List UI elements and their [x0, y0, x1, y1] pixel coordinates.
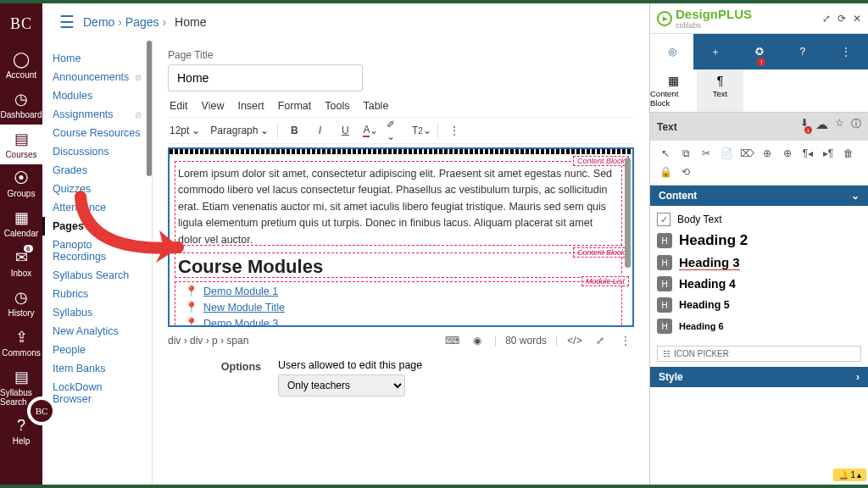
- italic-icon[interactable]: I: [310, 121, 329, 140]
- download-icon[interactable]: ⬇1: [800, 117, 809, 136]
- copy-icon[interactable]: ⧉: [676, 144, 696, 163]
- coursenav-modules[interactable]: Modules: [42, 86, 152, 105]
- dp-subtab-content-block[interactable]: ▦Content Block: [650, 69, 697, 112]
- nav-groups[interactable]: ⦿Groups: [0, 164, 42, 203]
- dp-accordion-content[interactable]: Content⌄: [650, 186, 868, 206]
- menu-insert[interactable]: Insert: [237, 100, 264, 112]
- a11y-icon[interactable]: ◉: [469, 332, 486, 349]
- element-path[interactable]: div › div › p › span: [168, 335, 248, 347]
- more-icon[interactable]: ⋮: [445, 121, 464, 140]
- cut-icon[interactable]: ✂: [696, 144, 716, 163]
- module-link[interactable]: 📍Demo Module 1: [185, 283, 619, 299]
- menu-edit[interactable]: Edit: [170, 100, 188, 112]
- coursenav-new-analytics[interactable]: New Analytics: [42, 322, 152, 341]
- content-heading-2[interactable]: HHeading 2: [657, 230, 861, 251]
- info-icon[interactable]: ⓘ: [851, 117, 861, 136]
- content-heading-5[interactable]: HHeading 5: [657, 296, 861, 314]
- coursenav-course-resources[interactable]: Course Resources: [42, 124, 152, 142]
- superscript-icon[interactable]: T2 ⌄: [412, 121, 431, 140]
- content-heading-6[interactable]: HHeading 6: [657, 317, 861, 336]
- refresh-icon[interactable]: ⟳: [837, 13, 846, 25]
- expand-icon[interactable]: ⤢: [822, 13, 831, 25]
- content-heading-3[interactable]: HHeading 3: [657, 253, 861, 272]
- cursor-icon[interactable]: ↖: [655, 144, 676, 163]
- move-down-icon[interactable]: ⊕: [777, 144, 798, 163]
- coursenav-discussions[interactable]: Discussions: [42, 142, 152, 161]
- cloud-icon[interactable]: ☁: [815, 117, 828, 136]
- dp-accordion-style[interactable]: Style›: [650, 367, 868, 387]
- coursenav-quizzes[interactable]: Quizzes: [42, 180, 152, 198]
- page-title-input[interactable]: [168, 64, 363, 92]
- close-icon[interactable]: ✕: [853, 13, 861, 25]
- move-up-icon[interactable]: ⊕: [757, 144, 777, 163]
- coursenav-people[interactable]: People: [42, 341, 152, 359]
- underline-icon[interactable]: U: [336, 121, 354, 140]
- fullscreen-icon[interactable]: ⤢: [592, 332, 609, 349]
- pilcrow-right-icon[interactable]: ▸¶: [818, 144, 838, 163]
- heading-course-modules[interactable]: Course Modules: [178, 256, 323, 278]
- text-color-icon[interactable]: A ⌄: [361, 121, 380, 140]
- pilcrow-left-icon[interactable]: ¶◂: [798, 144, 818, 163]
- designplus-panel: ▸ DesignPLUScidilabs ⤢ ⟳ ✕ ◎ ＋ ✪! ? ⋮ ▦C…: [649, 3, 868, 485]
- bold-icon[interactable]: B: [285, 121, 303, 140]
- edit-perm-select[interactable]: Only teachers: [278, 374, 405, 396]
- nav-account[interactable]: ◯Account: [0, 45, 42, 85]
- breadcrumb-link[interactable]: Demo: [83, 15, 114, 29]
- menu-format[interactable]: Format: [278, 100, 312, 112]
- module-link[interactable]: 📍New Module Title: [185, 299, 619, 315]
- clear-format-icon[interactable]: ⌦: [737, 144, 757, 163]
- star-icon[interactable]: ☆: [835, 117, 844, 136]
- coursenav-assignments[interactable]: Assignments⊘: [42, 105, 152, 124]
- coursenav-home[interactable]: Home: [42, 49, 152, 68]
- coursenav-grades[interactable]: Grades: [42, 161, 152, 180]
- coursenav-syllabus[interactable]: Syllabus: [42, 303, 152, 322]
- trash-icon[interactable]: 🗑: [838, 144, 859, 163]
- coursenav-lockdown-browser[interactable]: LockDown Browser: [42, 378, 152, 408]
- sync-icon[interactable]: ⟲: [676, 163, 696, 181]
- keyboard-icon[interactable]: ⌨: [443, 332, 460, 349]
- scrollbar[interactable]: [625, 158, 631, 268]
- dp-tab-more[interactable]: ⋮: [825, 34, 868, 69]
- notification-badge[interactable]: 🔔1▴: [833, 469, 866, 481]
- coursenav-item-banks[interactable]: Item Banks: [42, 359, 152, 378]
- lock-icon[interactable]: 🔒: [655, 163, 676, 181]
- highlight-icon[interactable]: ✐ ⌄: [387, 121, 405, 140]
- menu-view[interactable]: View: [202, 100, 225, 112]
- dp-tab-add[interactable]: ＋: [693, 34, 737, 69]
- nav-dashboard[interactable]: ◷Dashboard: [0, 85, 42, 125]
- nav-inbox[interactable]: ✉6Inbox: [0, 243, 42, 283]
- coursenav-syllabus-search[interactable]: Syllabus Search: [42, 266, 152, 285]
- brand-logo[interactable]: BC: [10, 10, 32, 45]
- body-paragraph[interactable]: Lorem ipsum dolor sit amet, consectetur …: [178, 166, 619, 248]
- module-link[interactable]: 📍Demo Module 3: [185, 315, 619, 327]
- coursenav-rubrics[interactable]: Rubrics: [42, 285, 152, 303]
- paste-icon[interactable]: 📄: [716, 144, 737, 163]
- dp-tab-a11y[interactable]: ✪!: [737, 34, 781, 69]
- dp-subtab-text[interactable]: ¶Text: [697, 69, 743, 112]
- coursenav-announcements[interactable]: Announcements⊘: [42, 68, 152, 86]
- nav-history[interactable]: ◷History: [0, 283, 42, 323]
- coursenav-panopto-recordings[interactable]: Panopto Recordings: [42, 236, 152, 266]
- content-heading-4[interactable]: HHeading 4: [657, 274, 861, 293]
- menu-tools[interactable]: Tools: [325, 100, 349, 112]
- icon-picker-button[interactable]: ☷ ICON PICKER: [657, 346, 861, 362]
- rce-canvas[interactable]: Content Block Lorem ipsum dolor sit amet…: [168, 147, 634, 327]
- nav-commons[interactable]: ⇪Commons: [0, 323, 42, 363]
- content-body-text[interactable]: ✓Body Text: [657, 211, 861, 228]
- chevron-right-icon: ›: [856, 371, 860, 383]
- coursenav-pages[interactable]: Pages: [42, 217, 152, 236]
- coursenav-attendance[interactable]: Attendance: [42, 198, 152, 217]
- paragraph-select[interactable]: Paragraph ⌄: [209, 123, 270, 138]
- breadcrumb-link[interactable]: Pages: [125, 15, 159, 29]
- dp-tab-target[interactable]: ◎: [650, 34, 693, 69]
- html-view-icon[interactable]: </>: [566, 332, 583, 349]
- word-count[interactable]: 80 words: [505, 335, 547, 347]
- nav-courses[interactable]: ▤Courses: [0, 125, 42, 164]
- avatar[interactable]: BC: [27, 396, 56, 425]
- menu-table[interactable]: Table: [363, 100, 388, 112]
- font-size-select[interactable]: 12pt ⌄: [168, 123, 202, 138]
- nav-calendar[interactable]: ▦Calendar: [0, 203, 42, 243]
- more-footer-icon[interactable]: ⋮: [617, 332, 634, 349]
- hamburger-icon[interactable]: ☰: [59, 12, 75, 32]
- dp-tab-help[interactable]: ?: [781, 34, 824, 69]
